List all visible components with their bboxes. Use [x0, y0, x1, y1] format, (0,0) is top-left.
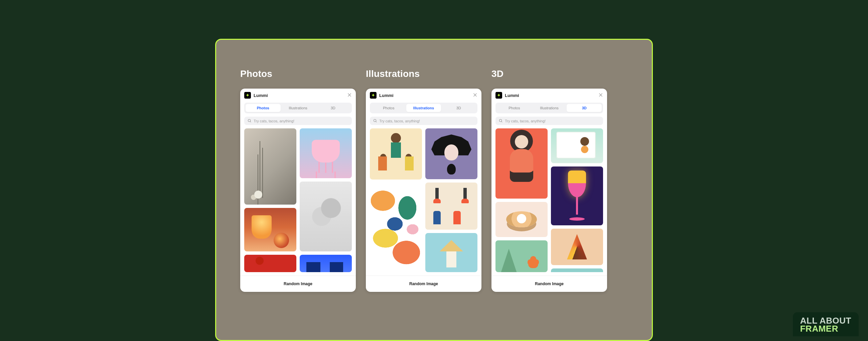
search-input[interactable] [254, 119, 348, 123]
panel-title: Photos [240, 68, 356, 79]
brand-label: Lummi [254, 93, 268, 98]
tab-illustrations[interactable]: Illustrations [406, 104, 441, 112]
random-image-button[interactable]: Random Image [535, 282, 564, 286]
search-field[interactable] [244, 117, 352, 125]
tab-illustrations[interactable]: Illustrations [281, 104, 316, 112]
card-header: ✦ Lummi [492, 89, 607, 102]
svg-point-2 [374, 119, 376, 122]
lummi-logo-icon: ✦ [370, 92, 376, 98]
tab-photos[interactable]: Photos [371, 104, 406, 112]
image-tile[interactable] [425, 129, 477, 179]
card-footer: Random Image [240, 276, 356, 292]
card-footer: Random Image [492, 276, 607, 292]
tabs: Photos Illustrations 3D [370, 103, 477, 113]
close-icon [348, 93, 351, 96]
card-footer: Random Image [366, 276, 482, 292]
close-button[interactable] [472, 92, 478, 98]
image-tile[interactable] [244, 208, 296, 251]
svg-line-3 [376, 121, 377, 122]
svg-point-0 [248, 119, 251, 122]
image-tile[interactable] [300, 255, 352, 272]
card-header: ✦ Lummi [366, 89, 482, 102]
image-tile[interactable] [495, 240, 548, 272]
panel-title: 3D [492, 68, 607, 79]
image-tile[interactable] [370, 183, 422, 272]
image-tile[interactable] [244, 129, 296, 205]
image-tile[interactable] [551, 129, 603, 163]
gallery [366, 129, 482, 272]
panel-title: Illustrations [366, 68, 482, 79]
tab-3d[interactable]: 3D [315, 104, 350, 112]
search-icon [248, 119, 252, 123]
panel-3d: 3D ✦ Lummi Photos Illustrations 3D [492, 68, 607, 292]
close-icon [599, 93, 602, 96]
gallery [492, 129, 607, 272]
plugin-card-3d: ✦ Lummi Photos Illustrations 3D [492, 89, 607, 292]
tabs: Photos Illustrations 3D [244, 103, 352, 113]
plugin-card-illustrations: ✦ Lummi Photos Illustrations 3D [366, 89, 482, 292]
brand-label: Lummi [505, 93, 519, 98]
close-button[interactable] [346, 92, 352, 98]
card-header: ✦ Lummi [240, 89, 356, 102]
lummi-logo-icon: ✦ [495, 92, 502, 98]
tab-3d[interactable]: 3D [567, 104, 602, 112]
watermark-badge: ALL ABOUT FRAMER [793, 312, 859, 336]
search-icon [373, 119, 377, 123]
tab-illustrations[interactable]: Illustrations [532, 104, 567, 112]
search-field[interactable] [370, 117, 477, 125]
image-tile[interactable] [551, 229, 603, 265]
image-tile[interactable] [551, 268, 603, 272]
tab-photos[interactable]: Photos [246, 104, 281, 112]
image-tile[interactable] [495, 129, 548, 199]
random-image-button[interactable]: Random Image [409, 282, 438, 286]
panel-illustrations: Illustrations ✦ Lummi Photos Illustratio… [366, 68, 482, 292]
image-tile[interactable] [300, 181, 352, 251]
image-tile[interactable] [370, 129, 422, 179]
close-icon [473, 93, 477, 96]
image-tile[interactable] [244, 255, 296, 272]
tab-3d[interactable]: 3D [441, 104, 476, 112]
showcase-frame: Photos ✦ Lummi Photos Illustrations 3D [215, 39, 653, 341]
image-tile[interactable] [551, 167, 603, 225]
search-field[interactable] [495, 117, 603, 125]
svg-line-5 [501, 121, 502, 122]
panels-row: Photos ✦ Lummi Photos Illustrations 3D [216, 40, 652, 292]
svg-point-4 [499, 119, 502, 122]
image-tile[interactable] [495, 202, 548, 237]
search-input[interactable] [379, 119, 474, 123]
random-image-button[interactable]: Random Image [284, 282, 312, 286]
search-icon [499, 119, 503, 123]
panel-photos: Photos ✦ Lummi Photos Illustrations 3D [240, 68, 356, 292]
image-tile[interactable] [300, 129, 352, 178]
plugin-card-photos: ✦ Lummi Photos Illustrations 3D [240, 89, 356, 292]
watermark-line2: FRAMER [800, 325, 851, 333]
tabs: Photos Illustrations 3D [495, 103, 603, 113]
image-tile[interactable] [425, 233, 477, 272]
gallery [240, 129, 356, 272]
tab-photos[interactable]: Photos [497, 104, 532, 112]
brand-label: Lummi [379, 93, 394, 98]
search-input[interactable] [505, 119, 600, 123]
svg-line-1 [250, 121, 251, 122]
close-button[interactable] [598, 92, 604, 98]
image-tile[interactable] [425, 182, 477, 230]
lummi-logo-icon: ✦ [244, 92, 251, 98]
